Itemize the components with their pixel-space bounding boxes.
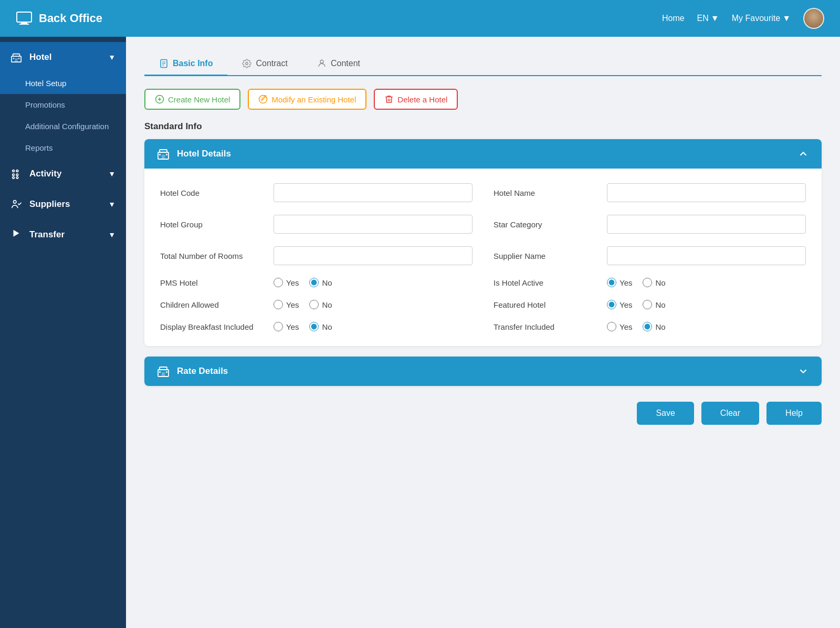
pms-hotel-label: PMS Hotel	[160, 278, 265, 287]
home-link[interactable]: Home	[662, 14, 685, 23]
pms-hotel-radio-group: Yes No	[274, 278, 332, 287]
help-button[interactable]: Help	[766, 402, 822, 425]
display-breakfast-radio-group: Yes No	[274, 322, 332, 331]
sidebar-item-hotel-setup[interactable]: Hotel Setup	[0, 72, 126, 94]
svg-marker-14	[14, 230, 19, 237]
rate-details-card: Rate Details	[144, 357, 822, 386]
clear-button[interactable]: Clear	[701, 402, 759, 425]
svg-rect-0	[17, 12, 32, 22]
children-allowed-label: Children Allowed	[160, 300, 265, 309]
edit-icon	[258, 95, 268, 104]
supplier-name-label: Supplier Name	[494, 252, 598, 260]
monitor-icon	[16, 10, 33, 27]
children-allowed-row: Children Allowed Yes No	[160, 300, 472, 309]
pms-hotel-yes[interactable]: Yes	[274, 278, 299, 287]
svg-rect-26	[162, 155, 165, 159]
svg-point-9	[16, 170, 18, 172]
star-category-row: Star Category	[494, 215, 806, 234]
svg-rect-4	[15, 58, 18, 62]
modify-hotel-button[interactable]: Modify an Existing Hotel	[248, 89, 366, 110]
total-rooms-input[interactable]	[274, 246, 472, 265]
display-breakfast-row: Display Breakfast Included Yes No	[160, 322, 472, 331]
supplier-name-input[interactable]	[607, 246, 806, 265]
transfer-icon	[10, 229, 22, 240]
sidebar-item-reports[interactable]: Reports	[0, 137, 126, 159]
chevron-up-icon[interactable]	[797, 148, 809, 160]
pms-hotel-no[interactable]: No	[309, 278, 332, 287]
hotel-group-input[interactable]	[274, 215, 472, 234]
sidebar-item-additional-config[interactable]: Additional Configuration	[0, 116, 126, 137]
transfer-included-radio-group: Yes No	[607, 322, 666, 331]
hotel-code-input[interactable]	[274, 183, 472, 202]
sidebar-item-promotions[interactable]: Promotions	[0, 94, 126, 116]
sidebar-item-transfer[interactable]: Transfer ▼	[0, 219, 126, 250]
chevron-down-icon: ▼	[108, 170, 116, 178]
pms-hotel-row: PMS Hotel Yes No	[160, 278, 472, 287]
transfer-included-yes[interactable]: Yes	[607, 322, 632, 331]
svg-rect-30	[162, 372, 165, 376]
top-nav: Back Office Home EN ▼ My Favourite ▼	[0, 0, 840, 37]
chevron-down-icon: ▼	[108, 53, 116, 61]
display-breakfast-no[interactable]: No	[309, 322, 332, 331]
avatar[interactable]	[803, 8, 824, 29]
language-selector[interactable]: EN ▼	[697, 14, 719, 23]
chevron-down-icon: ▼	[108, 200, 116, 208]
svg-rect-31	[159, 371, 161, 373]
svg-point-20	[320, 60, 323, 63]
save-button[interactable]: Save	[637, 402, 694, 425]
display-breakfast-label: Display Breakfast Included	[160, 322, 265, 331]
delete-hotel-button[interactable]: Delete a Hotel	[374, 89, 458, 110]
svg-point-10	[16, 174, 18, 176]
favourite-selector[interactable]: My Favourite ▼	[732, 14, 791, 23]
rate-details-icon	[157, 365, 170, 378]
hotel-details-icon	[157, 148, 170, 160]
suppliers-icon	[10, 198, 22, 210]
is-hotel-active-yes[interactable]: Yes	[607, 278, 632, 287]
sidebar-hotel-submenu: Hotel Setup Promotions Additional Config…	[0, 72, 126, 159]
top-nav-right: Home EN ▼ My Favourite ▼	[662, 8, 824, 29]
tab-contract[interactable]: Contract	[227, 53, 302, 76]
create-hotel-button[interactable]: Create New Hotel	[144, 89, 240, 110]
tab-content[interactable]: Content	[302, 53, 375, 76]
featured-hotel-yes[interactable]: Yes	[607, 300, 632, 309]
is-hotel-active-no[interactable]: No	[643, 278, 665, 287]
hotel-details-card: Hotel Details Hotel Code Hotel Name	[144, 139, 822, 346]
sidebar-item-suppliers[interactable]: Suppliers ▼	[0, 189, 126, 219]
chevron-down-icon[interactable]	[797, 365, 809, 377]
featured-hotel-no[interactable]: No	[643, 300, 665, 309]
featured-hotel-row: Featured Hotel Yes No	[494, 300, 806, 309]
children-allowed-yes[interactable]: Yes	[274, 300, 299, 309]
action-buttons: Create New Hotel Modify an Existing Hote…	[144, 89, 822, 110]
star-category-label: Star Category	[494, 220, 598, 229]
total-rooms-label: Total Number of Rooms	[160, 252, 265, 260]
transfer-included-no[interactable]: No	[643, 322, 665, 331]
hotel-icon	[10, 51, 22, 63]
svg-rect-27	[159, 154, 161, 155]
svg-rect-32	[166, 371, 167, 373]
hotel-group-row: Hotel Group	[160, 215, 472, 234]
sidebar: Hotel ▼ Hotel Setup Promotions Additiona…	[0, 37, 126, 628]
tab-basic-info[interactable]: Basic Info	[144, 53, 227, 76]
sidebar-item-activity[interactable]: Activity ▼	[0, 159, 126, 189]
svg-rect-6	[18, 58, 20, 59]
svg-point-12	[16, 177, 18, 179]
hotel-name-input[interactable]	[607, 183, 806, 202]
is-hotel-active-row: Is Hotel Active Yes No	[494, 278, 806, 287]
hotel-details-header: Hotel Details	[144, 139, 822, 169]
svg-point-8	[13, 174, 15, 176]
total-rooms-row: Total Number of Rooms	[160, 246, 472, 265]
children-allowed-no[interactable]: No	[309, 300, 332, 309]
activity-icon	[10, 168, 22, 180]
display-breakfast-yes[interactable]: Yes	[274, 322, 299, 331]
svg-point-11	[13, 177, 15, 179]
svg-rect-28	[166, 154, 167, 155]
featured-hotel-radio-group: Yes No	[607, 300, 666, 309]
hotel-code-row: Hotel Code	[160, 183, 472, 202]
star-category-input[interactable]	[607, 215, 806, 234]
main-layout: Hotel ▼ Hotel Setup Promotions Additiona…	[0, 37, 840, 628]
transfer-included-label: Transfer Included	[494, 322, 598, 331]
svg-point-7	[13, 170, 15, 172]
sidebar-label-hotel: Hotel	[29, 52, 52, 62]
sidebar-item-hotel[interactable]: Hotel ▼	[0, 42, 126, 72]
is-hotel-active-label: Is Hotel Active	[494, 278, 598, 287]
